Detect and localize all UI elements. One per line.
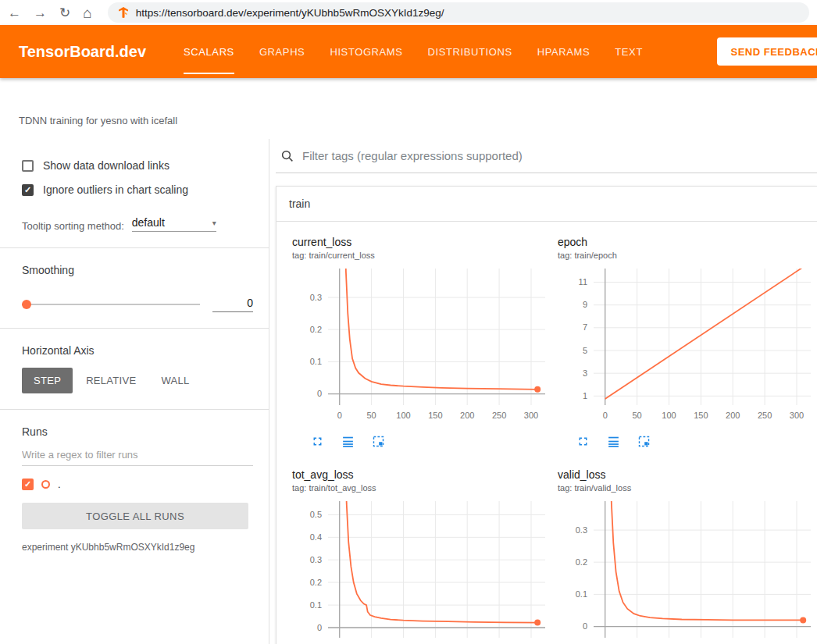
runs-regex-input[interactable] <box>22 443 253 466</box>
sidebar-divider <box>0 328 269 329</box>
chevron-down-icon: ▾ <box>212 219 216 227</box>
ignore-outliers-checkbox[interactable]: ✓ <box>22 184 34 196</box>
smoothing-section: Smoothing 0 <box>0 264 269 328</box>
main-nav: SCALARS GRAPHS HISTOGRAMS DISTRIBUTIONS … <box>184 25 643 78</box>
valid-loss-line-chart[interactable]: 00.10.20.350100150200250300 <box>558 498 815 644</box>
svg-text:11: 11 <box>579 277 587 286</box>
chart-title: tot_avg_loss <box>292 468 551 481</box>
svg-text:0.1: 0.1 <box>310 357 322 366</box>
tab-graphs[interactable]: GRAPHS <box>259 25 305 78</box>
svg-text:0: 0 <box>317 623 322 632</box>
home-icon[interactable]: ⌂ <box>83 5 91 20</box>
train-group-header[interactable]: train <box>276 187 817 222</box>
svg-text:7: 7 <box>583 322 587 332</box>
address-bar[interactable]: https://tensorboard.dev/experiment/yKUbh… <box>108 2 809 23</box>
show-download-links-label: Show data download links <box>43 159 169 172</box>
fullscreen-icon[interactable] <box>311 435 324 451</box>
check-icon: ✓ <box>24 480 31 489</box>
svg-text:0.3: 0.3 <box>310 293 322 302</box>
tab-hparams[interactable]: HPARAMS <box>537 25 590 78</box>
svg-text:300: 300 <box>790 411 804 420</box>
tensorboard-favicon <box>117 6 130 19</box>
app-header: TensorBoard.dev SCALARS GRAPHS HISTOGRAM… <box>0 25 817 78</box>
svg-text:0.2: 0.2 <box>576 557 587 567</box>
experiment-id-text: experiment yKUbhb5wRmOSXYkId1z9eg <box>22 542 253 553</box>
tab-text[interactable]: TEXT <box>615 25 643 78</box>
smoothing-value[interactable]: 0 <box>212 297 253 312</box>
svg-text:0.2: 0.2 <box>310 578 322 587</box>
search-icon <box>280 149 294 163</box>
svg-text:0: 0 <box>317 389 322 398</box>
fit-domain-icon[interactable] <box>637 435 651 451</box>
svg-text:250: 250 <box>492 411 506 420</box>
log-scale-icon[interactable] <box>607 435 620 451</box>
axis-wall-button[interactable]: WALL <box>149 368 201 393</box>
svg-text:0.3: 0.3 <box>310 555 322 564</box>
runs-label: Runs <box>22 425 253 438</box>
train-group-card: train current_loss tag: train/current_lo… <box>276 186 817 644</box>
tab-distributions[interactable]: DISTRIBUTIONS <box>428 25 512 78</box>
current-loss-line-chart[interactable]: 00.10.20.3050100150200250300 <box>292 265 550 425</box>
tooltip-sorting-label: Tooltip sorting method: <box>22 220 124 232</box>
svg-text:300: 300 <box>524 411 538 420</box>
tooltip-sorting-row: Tooltip sorting method: default ▾ <box>22 216 253 232</box>
chart-actions <box>558 435 817 451</box>
smoothing-label: Smoothing <box>22 264 253 276</box>
svg-text:0.3: 0.3 <box>576 525 587 535</box>
send-feedback-button[interactable]: SEND FEEDBACK <box>717 37 817 66</box>
app-logo[interactable]: TensorBoard.dev <box>19 43 146 61</box>
chart-tag: tag: train/epoch <box>558 251 817 260</box>
svg-text:150: 150 <box>428 411 442 420</box>
fullscreen-icon[interactable] <box>576 435 590 451</box>
show-download-links-checkbox[interactable]: ✓ <box>22 160 34 172</box>
scalars-dashboard: train current_loss tag: train/current_lo… <box>269 139 817 644</box>
tab-histograms[interactable]: HISTOGRAMS <box>330 25 402 78</box>
toggle-all-runs-button[interactable]: TOGGLE ALL RUNS <box>22 503 248 529</box>
sidebar-divider <box>0 247 269 248</box>
chart-title: valid_loss <box>558 468 817 481</box>
browser-toolbar: ← → ↻ ⌂ https://tensorboard.dev/experime… <box>0 0 817 25</box>
chart-epoch: epoch tag: train/epoch 13579110501001502… <box>551 226 817 456</box>
ignore-outliers-label: Ignore outliers in chart scaling <box>43 183 188 196</box>
chart-tot-avg-loss: tot_avg_loss tag: train/tot_avg_loss 00.… <box>286 459 551 644</box>
svg-text:150: 150 <box>694 411 708 420</box>
tab-scalars[interactable]: SCALARS <box>184 25 234 78</box>
svg-text:0: 0 <box>603 411 608 420</box>
horizontal-axis-section: Horizontal Axis STEP RELATIVE WALL <box>0 344 269 409</box>
svg-text:200: 200 <box>726 411 740 420</box>
reload-icon[interactable]: ↻ <box>59 6 70 20</box>
chart-actions <box>292 435 551 451</box>
svg-text:0.5: 0.5 <box>310 510 322 519</box>
run-row[interactable]: ✓ . <box>22 479 253 490</box>
svg-text:1: 1 <box>583 391 587 400</box>
tooltip-sorting-dropdown[interactable]: default ▾ <box>132 216 216 232</box>
url-text: https://tensorboard.dev/experiment/yKUbh… <box>136 7 444 19</box>
fit-domain-icon[interactable] <box>372 435 385 451</box>
axis-relative-button[interactable]: RELATIVE <box>74 368 148 393</box>
svg-text:9: 9 <box>583 300 587 309</box>
runs-section: Runs ✓ . TOGGLE ALL RUNS experiment yKUb… <box>0 425 269 568</box>
svg-text:50: 50 <box>632 411 641 420</box>
experiment-description: TDNN training for yesno with icefall <box>19 115 177 126</box>
svg-text:100: 100 <box>396 411 410 420</box>
smoothing-slider-thumb[interactable] <box>22 300 31 309</box>
sidebar-divider <box>0 409 269 410</box>
svg-text:0.4: 0.4 <box>310 532 322 542</box>
forward-icon[interactable]: → <box>34 6 47 20</box>
svg-text:50: 50 <box>366 411 376 420</box>
log-scale-icon[interactable] <box>341 435 355 451</box>
smoothing-slider[interactable] <box>22 304 200 305</box>
ignore-outliers-row[interactable]: ✓ Ignore outliers in chart scaling <box>22 183 253 196</box>
svg-text:250: 250 <box>758 411 772 420</box>
axis-step-button[interactable]: STEP <box>22 368 73 393</box>
epoch-line-chart[interactable]: 1357911050100150200250300 <box>558 265 815 425</box>
chart-title: epoch <box>558 236 817 248</box>
tot-avg-loss-line-chart[interactable]: 00.10.20.30.40.5050100150200250300 <box>292 498 550 644</box>
tag-filter-row <box>276 139 817 173</box>
tag-filter-input[interactable] <box>302 149 817 162</box>
run-checkbox[interactable]: ✓ <box>22 479 34 490</box>
show-download-links-row[interactable]: ✓ Show data download links <box>22 159 253 172</box>
back-icon[interactable]: ← <box>8 6 21 20</box>
check-icon: ✓ <box>24 186 31 194</box>
chart-current-loss: current_loss tag: train/current_loss 00.… <box>286 226 551 456</box>
